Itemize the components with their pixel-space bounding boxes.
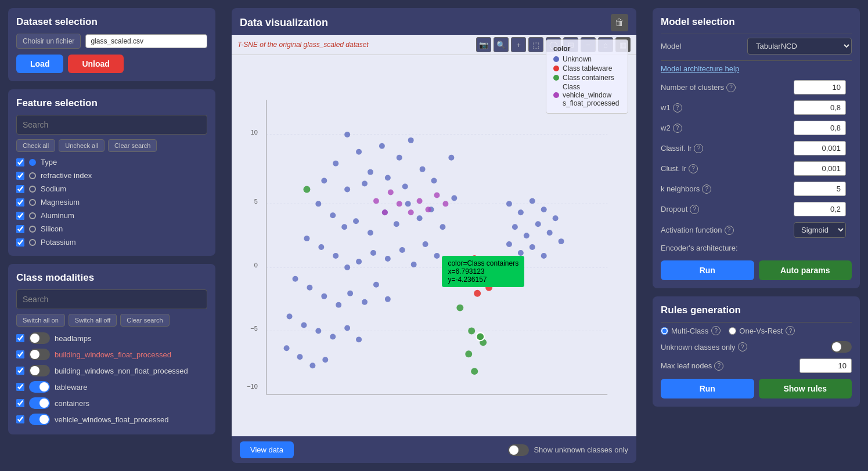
feature-list: Type refractive index Sodium Magnesium A: [16, 157, 207, 248]
k-neighbors-input[interactable]: [794, 182, 846, 196]
show-rules-button[interactable]: Show rules: [759, 379, 852, 398]
uncheck-all-button[interactable]: Uncheck all: [59, 139, 105, 152]
svg-point-65: [309, 363, 315, 368]
load-button[interactable]: Load: [16, 55, 63, 73]
svg-point-69: [530, 198, 535, 204]
plus-icon[interactable]: +: [511, 37, 526, 52]
help-icon[interactable]: ?: [786, 326, 795, 335]
unknown-only-toggle[interactable]: [831, 341, 852, 353]
class-checkbox[interactable]: [16, 399, 24, 407]
file-name-input[interactable]: [85, 34, 207, 48]
svg-point-89: [382, 209, 388, 215]
help-icon[interactable]: ?: [689, 164, 698, 173]
model-arch-help-link[interactable]: Model architecture help: [661, 64, 852, 73]
auto-params-button[interactable]: Auto params: [759, 260, 852, 280]
svg-point-97: [456, 305, 463, 311]
feature-search-input[interactable]: [16, 115, 207, 135]
svg-point-48: [434, 253, 440, 259]
class-toggle[interactable]: [29, 397, 50, 409]
help-icon[interactable]: ?: [711, 326, 721, 335]
svg-point-93: [485, 284, 492, 291]
feature-label: Potassium: [41, 238, 76, 247]
help-icon[interactable]: ?: [738, 342, 747, 352]
class-search-input[interactable]: [16, 289, 207, 309]
svg-point-79: [530, 244, 535, 250]
feature-checkbox[interactable]: [16, 225, 24, 233]
class-checkbox[interactable]: [16, 334, 24, 342]
select-icon[interactable]: ⬚: [528, 37, 543, 52]
help-icon[interactable]: ?: [725, 226, 734, 235]
max-leaf-input[interactable]: [799, 358, 852, 373]
svg-point-20: [362, 181, 368, 187]
classif-lr-input[interactable]: [794, 141, 846, 155]
class-checkbox[interactable]: [16, 350, 24, 358]
svg-point-82: [388, 189, 394, 195]
svg-point-78: [518, 250, 524, 256]
class-label: vehicle_windows_float_processed: [55, 415, 169, 424]
class-checkbox[interactable]: [16, 367, 24, 375]
show-unknown-toggle[interactable]: [508, 444, 529, 456]
clear-search-feature-button[interactable]: Clear search: [108, 139, 157, 152]
feature-checkbox[interactable]: [16, 172, 24, 180]
one-vs-rest-radio[interactable]: [729, 327, 736, 335]
help-icon[interactable]: ?: [702, 184, 711, 194]
feature-label: Silicon: [41, 224, 63, 233]
svg-point-67: [506, 201, 512, 206]
num-clusters-input[interactable]: [794, 80, 846, 95]
rules-run-button[interactable]: Run: [661, 379, 754, 398]
camera-icon[interactable]: 📷: [476, 37, 491, 52]
model-select[interactable]: TabularNCD: [747, 38, 852, 55]
help-icon[interactable]: ?: [714, 361, 723, 371]
one-vs-rest-option[interactable]: One-Vs-Rest ?: [729, 326, 795, 335]
help-icon[interactable]: ?: [673, 103, 682, 113]
svg-point-70: [541, 206, 547, 212]
class-checkbox[interactable]: [16, 415, 24, 423]
help-icon[interactable]: ?: [690, 205, 699, 214]
class-toggle[interactable]: [29, 332, 50, 344]
help-icon[interactable]: ?: [726, 83, 736, 92]
class-toggle[interactable]: [29, 414, 50, 425]
feature-checkbox[interactable]: [16, 185, 24, 193]
viz-title: Data visualization: [240, 17, 328, 29]
class-toggle[interactable]: [29, 381, 50, 393]
zoom-icon[interactable]: 🔍: [494, 37, 509, 52]
clear-search-class-button[interactable]: Clear search: [120, 314, 169, 327]
switch-all-on-button[interactable]: Switch all on: [16, 314, 65, 327]
class-toggle[interactable]: [29, 349, 50, 360]
activation-select[interactable]: Sigmoid ReLU Tanh: [794, 222, 846, 238]
dropout-input[interactable]: [794, 202, 846, 216]
feature-checkbox[interactable]: [16, 212, 24, 220]
clust-lr-input[interactable]: [794, 161, 846, 176]
svg-point-16: [397, 155, 402, 161]
rules-title: Rules generation: [661, 305, 852, 316]
multi-class-option[interactable]: Multi-Class ?: [661, 326, 721, 335]
delete-button[interactable]: 🗑: [611, 14, 628, 31]
svg-text:−5: −5: [250, 325, 257, 332]
svg-point-101: [476, 332, 484, 340]
feature-checkbox[interactable]: [16, 238, 24, 247]
legend-item: Class containers: [553, 74, 621, 82]
help-icon[interactable]: ?: [673, 124, 682, 133]
class-checkbox[interactable]: [16, 383, 24, 391]
check-all-button[interactable]: Check all: [16, 139, 55, 152]
chart-area: T-SNE of the original glass_scaled datas…: [232, 35, 636, 436]
multi-class-radio[interactable]: [661, 327, 668, 335]
unload-button[interactable]: Unload: [68, 55, 123, 73]
model-run-button[interactable]: Run: [661, 260, 754, 280]
class-toggle[interactable]: [29, 365, 50, 376]
switch-all-off-button[interactable]: Switch all off: [69, 314, 117, 327]
file-row: Choisir un fichier: [16, 34, 207, 49]
view-data-button[interactable]: View data: [240, 441, 294, 458]
choose-file-button[interactable]: Choisir un fichier: [16, 34, 81, 49]
feature-checkbox[interactable]: [16, 198, 24, 206]
svg-point-42: [356, 259, 362, 265]
param-row: k neighbors ?: [661, 182, 846, 196]
w2-input[interactable]: [794, 121, 846, 135]
svg-point-22: [402, 184, 408, 190]
svg-point-50: [307, 285, 312, 291]
w1-input[interactable]: [794, 100, 846, 115]
feature-label: Magnesium: [41, 198, 80, 206]
svg-text:5: 5: [254, 198, 258, 205]
feature-checkbox[interactable]: [16, 158, 24, 166]
help-icon[interactable]: ?: [694, 144, 703, 153]
